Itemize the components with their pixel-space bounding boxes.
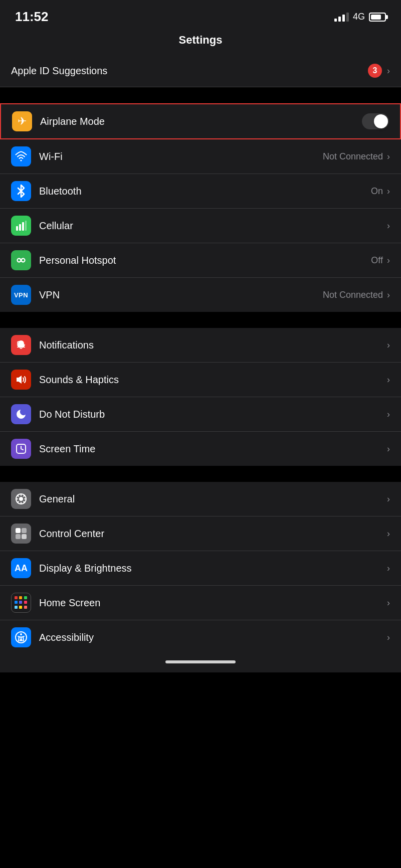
do-not-disturb-row[interactable]: Do Not Disturb › [0, 397, 401, 432]
home-bar [165, 660, 236, 663]
notifications-icon-wrap [11, 335, 31, 355]
vpn-value: Not Connected [323, 290, 383, 300]
section-gap-3 [0, 466, 401, 482]
wifi-icon [15, 150, 27, 162]
cellular-icon-wrap [11, 216, 31, 236]
sounds-icon [15, 374, 27, 386]
display-brightness-label: Display & Brightness [39, 563, 387, 574]
wifi-row[interactable]: Wi-Fi Not Connected › [0, 139, 401, 174]
apple-id-right: 3 › [368, 64, 390, 78]
apple-id-section: Apple ID Suggestions 3 › [0, 55, 401, 87]
personal-hotspot-row[interactable]: Personal Hotspot Off › [0, 243, 401, 278]
accessibility-icon-wrap [11, 627, 31, 647]
display-icon-wrap: AA [11, 558, 31, 578]
notifications-row[interactable]: Notifications › [0, 328, 401, 363]
toggle-knob [374, 114, 388, 128]
signal-bar-1 [334, 19, 337, 22]
battery-fill [371, 15, 381, 20]
svg-rect-3 [22, 222, 24, 231]
accessibility-icon [15, 631, 28, 644]
hotspot-value: Off [371, 255, 383, 266]
sounds-row[interactable]: Sounds & Haptics › [0, 363, 401, 397]
display-icon: AA [15, 563, 28, 574]
apple-id-row[interactable]: Apple ID Suggestions 3 › [0, 55, 401, 87]
accessibility-row[interactable]: Accessibility › [0, 620, 401, 654]
page-title-bar: Settings [0, 30, 401, 55]
general-icon-wrap [11, 489, 31, 509]
control-center-row[interactable]: Control Center › [0, 516, 401, 551]
system-section: Notifications › Sounds & Haptics › Do No… [0, 328, 401, 466]
svg-rect-1 [16, 226, 18, 231]
display-brightness-row[interactable]: AA Display & Brightness › [0, 551, 401, 586]
svg-point-21 [20, 633, 22, 635]
sounds-icon-wrap [11, 370, 31, 390]
page-title: Settings [179, 34, 223, 46]
cellular-icon [16, 220, 27, 231]
svg-point-0 [21, 160, 22, 161]
battery-icon [369, 13, 386, 22]
svg-rect-16 [16, 528, 21, 533]
signal-bar-4 [346, 13, 349, 22]
signal-label: 4G [353, 12, 365, 22]
home-screen-chevron-icon: › [387, 598, 390, 608]
bluetooth-chevron-icon: › [387, 186, 390, 197]
notifications-chevron-icon: › [387, 340, 390, 351]
dnd-icon [15, 408, 27, 420]
notifications-label: Notifications [39, 339, 387, 351]
signal-bar-3 [342, 15, 345, 22]
bluetooth-value: On [371, 186, 383, 197]
status-time: 11:52 [15, 9, 49, 25]
control-center-chevron-icon: › [387, 529, 390, 539]
svg-rect-2 [19, 224, 21, 231]
notifications-icon [15, 339, 27, 351]
svg-rect-19 [22, 534, 27, 539]
bluetooth-icon [16, 185, 26, 198]
svg-rect-17 [22, 528, 27, 533]
svg-point-15 [19, 497, 23, 501]
apple-id-label: Apple ID Suggestions [11, 65, 107, 77]
hotspot-icon-wrap [11, 250, 31, 270]
wifi-value: Not Connected [323, 151, 383, 162]
svg-rect-4 [25, 221, 27, 231]
svg-rect-18 [16, 534, 21, 539]
general-section: General › Control Center › AA Display & … [0, 482, 401, 654]
hotspot-label: Personal Hotspot [39, 255, 371, 266]
home-screen-label: Home Screen [39, 597, 387, 609]
vpn-icon: VPN [14, 291, 28, 299]
vpn-row[interactable]: VPN VPN Not Connected › [0, 278, 401, 312]
cellular-label: Cellular [39, 220, 387, 232]
airplane-mode-row[interactable]: ✈ Airplane Mode [0, 103, 401, 139]
home-screen-row[interactable]: Home Screen › [0, 586, 401, 620]
display-brightness-chevron-icon: › [387, 563, 390, 574]
apple-id-badge: 3 [368, 64, 382, 78]
accessibility-label: Accessibility [39, 632, 387, 643]
wifi-chevron-icon: › [387, 151, 390, 162]
hotspot-icon [15, 254, 28, 267]
screen-time-chevron-icon: › [387, 444, 390, 454]
connectivity-section: ✈ Airplane Mode Wi-Fi Not Connected › Bl… [0, 103, 401, 312]
airplane-icon: ✈ [18, 115, 27, 128]
vpn-icon-wrap: VPN [11, 285, 31, 305]
home-screen-icon-wrap [11, 593, 31, 613]
vpn-label: VPN [39, 289, 323, 301]
screen-time-row[interactable]: Screen Time › [0, 432, 401, 466]
bluetooth-icon-wrap [11, 181, 31, 201]
accessibility-chevron-icon: › [387, 632, 390, 643]
screen-time-icon [15, 443, 27, 455]
dnd-icon-wrap [11, 404, 31, 424]
bluetooth-row[interactable]: Bluetooth On › [0, 174, 401, 209]
section-gap-2 [0, 312, 401, 328]
airplane-mode-label: Airplane Mode [40, 116, 362, 127]
cellular-row[interactable]: Cellular › [0, 209, 401, 243]
general-row[interactable]: General › [0, 482, 401, 516]
status-right: 4G [334, 12, 386, 22]
vpn-chevron-icon: › [387, 290, 390, 300]
airplane-mode-toggle[interactable] [362, 113, 389, 129]
hotspot-chevron-icon: › [387, 255, 390, 266]
sounds-label: Sounds & Haptics [39, 374, 387, 386]
general-icon [15, 492, 28, 505]
status-bar: 11:52 4G [0, 0, 401, 30]
screen-time-icon-wrap [11, 439, 31, 459]
screen-time-label: Screen Time [39, 443, 387, 455]
wifi-label: Wi-Fi [39, 151, 323, 162]
